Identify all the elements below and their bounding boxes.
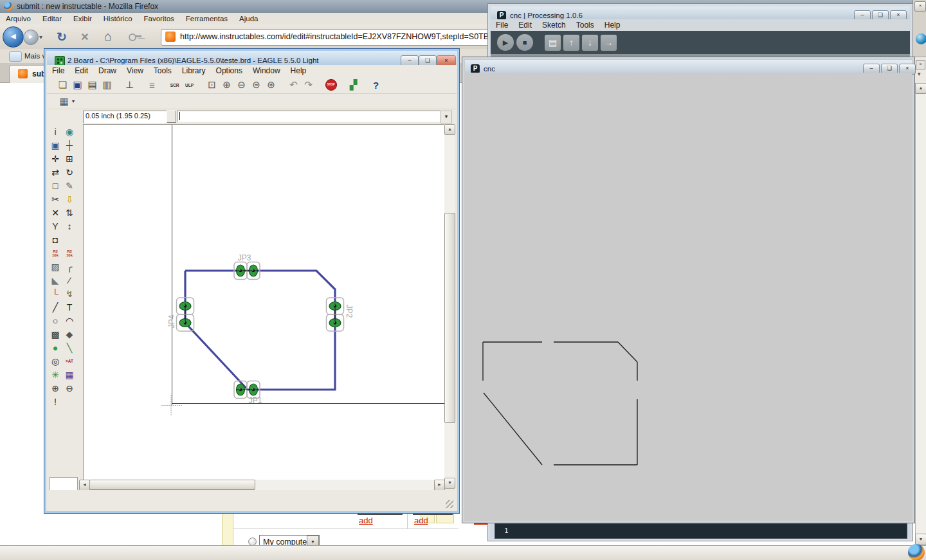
board-schematic-button[interactable]: ⊥ — [123, 78, 136, 91]
errors-tool[interactable]: ⊖ — [63, 382, 76, 394]
grid-size-display[interactable]: 0.05 inch (1.95 0.25) — [83, 111, 168, 123]
firefox-menu-ajuda[interactable]: Ajuda — [233, 15, 264, 23]
firefox-menu-exibir[interactable]: Exibir — [68, 15, 98, 23]
go-button[interactable]: ▞ — [347, 78, 360, 91]
signal-tool[interactable]: ╲ — [63, 341, 76, 354]
hole-tool[interactable]: ◎ — [49, 355, 62, 367]
error-info-tool[interactable]: ! — [49, 395, 62, 408]
connector-jp4[interactable]: JP4 — [167, 298, 194, 331]
change-tool[interactable]: ✎ — [63, 179, 76, 192]
sliver-popup-close-icon[interactable]: × — [916, 60, 925, 69]
drc-tool[interactable]: ⊕ — [49, 382, 62, 394]
hscroll-thumb[interactable] — [89, 480, 255, 490]
cut-tool[interactable]: ✂ — [49, 193, 62, 205]
zoom-redraw-button[interactable]: ⊛ — [264, 78, 278, 91]
rect-tool[interactable]: ▩ — [49, 328, 62, 340]
gate-swap-tool[interactable]: ↕ — [63, 220, 76, 232]
copy-tool[interactable]: ⊞ — [63, 152, 76, 165]
save-button[interactable]: ↓ — [582, 35, 598, 51]
scroll-up-icon[interactable]: ▲ — [444, 124, 455, 135]
text-tool[interactable]: T — [63, 301, 76, 313]
run-script-button[interactable]: SCR — [168, 78, 181, 91]
eagle-menu-edit[interactable]: Edit — [69, 66, 93, 75]
command-input[interactable] — [177, 111, 440, 122]
move-tool[interactable]: ✛ — [49, 152, 62, 165]
value-tool[interactable]: R2 10k — [63, 247, 76, 259]
attribute-tool[interactable]: >AT — [63, 355, 76, 367]
processing-menu-edit[interactable]: Edit — [513, 21, 537, 30]
firefox-menu-hist-rico[interactable]: Histórico — [98, 15, 138, 23]
firefox-menu-editar[interactable]: Editar — [37, 15, 68, 23]
zoom-out-button[interactable]: ⊖ — [235, 78, 248, 91]
eagle-menu-view[interactable]: View — [122, 66, 149, 75]
library-button[interactable]: ≡ — [145, 78, 159, 91]
eagle-menu-draw[interactable]: Draw — [93, 66, 122, 75]
cam-button[interactable]: ▥ — [100, 78, 114, 91]
history-dropdown-icon[interactable]: ▾ — [39, 33, 42, 41]
forward-button[interactable]: ► — [23, 30, 39, 45]
resize-grip[interactable] — [446, 500, 453, 508]
save-button[interactable]: ▣ — [71, 78, 84, 91]
vscroll-thumb[interactable] — [444, 213, 455, 423]
firefox-menu-favoritos[interactable]: Favoritos — [138, 15, 180, 23]
messenger-icon[interactable] — [916, 33, 926, 44]
group-tool[interactable]: □ — [49, 179, 62, 192]
new-button[interactable]: ▤ — [545, 35, 561, 51]
miter-tool[interactable]: ╭ — [63, 260, 76, 273]
open-button[interactable]: ↑ — [563, 35, 579, 51]
zoom-in-button[interactable]: ⊕ — [220, 78, 233, 91]
processing-menu-file[interactable]: File — [491, 21, 513, 30]
eagle-menu-file[interactable]: File — [47, 66, 69, 75]
stop-button[interactable]: STOP — [324, 78, 338, 91]
arc-tool[interactable]: ◠ — [63, 314, 76, 327]
stop-button[interactable]: ■ — [516, 34, 533, 51]
split-wire-tool[interactable]: ∕ — [63, 274, 76, 286]
cnc-titlebar[interactable]: P cnc – ❏ × — [465, 60, 912, 73]
export-button[interactable]: → — [601, 35, 617, 51]
print-button[interactable]: ▤ — [86, 78, 99, 91]
eagle-menu-library[interactable]: Library — [177, 66, 211, 75]
info-tool[interactable]: i — [49, 125, 62, 138]
name-tool[interactable]: R2 10k — [49, 247, 62, 259]
paste-tool[interactable]: ⇩ — [63, 193, 76, 205]
scroll-up-icon[interactable]: ▲ — [915, 82, 926, 94]
via-tool[interactable]: ● — [49, 341, 62, 354]
connector-jp3[interactable]: JP3 — [234, 253, 260, 280]
home-button[interactable]: ⌂ — [104, 29, 112, 44]
miter2-tool[interactable]: ◣ — [49, 274, 62, 286]
mark-tool[interactable]: ┼ — [63, 139, 76, 151]
processing-menu-tools[interactable]: Tools — [571, 21, 599, 30]
smash-tool[interactable]: ▨ — [49, 260, 62, 273]
add-link-2[interactable]: add — [414, 516, 428, 525]
processing-menu-sketch[interactable]: Sketch — [537, 21, 571, 30]
scroll-down-icon[interactable]: ▼ — [444, 478, 455, 489]
firefox-menu-ferramentas[interactable]: Ferramentas — [180, 15, 233, 23]
eagle-titlebar[interactable]: 2 Board - C:\Program Files (x86)\EAGLE-5… — [47, 51, 457, 65]
rotate-tool[interactable]: ↻ — [63, 166, 76, 178]
help-button[interactable]: ? — [369, 78, 383, 91]
open-button[interactable]: ❏ — [56, 78, 69, 91]
refresh-button[interactable]: ↻ — [57, 30, 67, 44]
processing-menu-help[interactable]: Help — [599, 21, 626, 30]
ratsnest-tool[interactable]: ✳ — [49, 368, 62, 381]
keys-icon[interactable] — [129, 32, 141, 41]
url-text[interactable]: http://www.instructables.com/id/edit#ins… — [180, 32, 487, 42]
board-outline[interactable] — [185, 271, 335, 390]
sliver-close-icon[interactable]: × — [914, 1, 926, 12]
bookmarks-folder-icon[interactable] — [9, 51, 22, 62]
page-scrollbar[interactable] — [915, 82, 926, 544]
ripup-tool[interactable]: ↯ — [63, 287, 76, 300]
route-tool[interactable]: └ — [49, 287, 62, 300]
connector-jp2[interactable]: JP2 — [327, 298, 354, 331]
connector-jp1[interactable]: JP1 — [234, 381, 262, 406]
lock-tool[interactable]: ◘ — [49, 233, 62, 246]
auto-tool[interactable]: ▦ — [63, 368, 76, 381]
grid-dropdown-icon[interactable]: ▾ — [72, 98, 75, 104]
eagle-menu-options[interactable]: Options — [211, 66, 248, 75]
mirror-tool[interactable]: ⇄ — [49, 166, 62, 178]
display-tool[interactable]: ▣ — [49, 139, 62, 151]
wire-tool[interactable]: ╱ — [49, 301, 62, 313]
back-button[interactable]: ◄ — [3, 26, 24, 48]
scroll-left-icon[interactable]: ◄ — [79, 480, 90, 491]
pin-swap-tool[interactable]: ⇅ — [63, 206, 76, 219]
